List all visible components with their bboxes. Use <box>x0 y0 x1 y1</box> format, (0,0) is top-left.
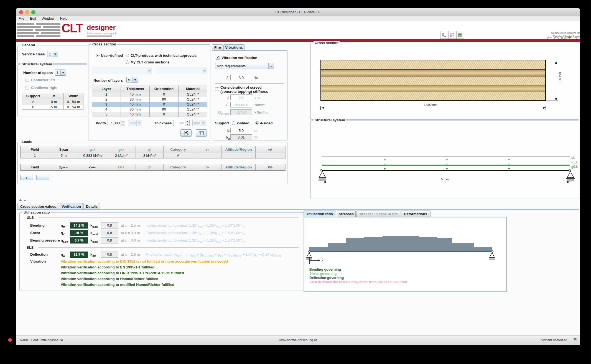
user-defined-radio[interactable] <box>96 54 100 57</box>
service-class-select[interactable]: 1 <box>47 51 58 57</box>
tab-deformations[interactable]: Deformations <box>401 211 430 217</box>
point-loads-table: Field xglobal xlokal G1,k Qk Category Sk… <box>20 164 286 171</box>
vibration-result: Vibration verification according to EN 1… <box>61 265 154 269</box>
clt-products-radio[interactable] <box>126 54 129 57</box>
cantilever-right-checkbox[interactable] <box>25 86 29 89</box>
user-defined-label: User-defined <box>101 53 123 58</box>
vibration-label: Vibration <box>30 259 46 263</box>
support-row-b[interactable]: B 5 m 0.154 m <box>22 104 83 110</box>
e-unit: N/mm² <box>254 103 266 107</box>
loads-row-1[interactable]: 1 5 m 0.883 kN/m 2 kN/m² 3 kN/m² A <box>21 153 286 158</box>
number-of-spans-select[interactable]: 1 <box>55 70 66 76</box>
xlokal-col-header: xlokal <box>78 164 107 171</box>
shear-kmod-label: kmod <box>90 231 98 236</box>
options-button[interactable] <box>440 31 448 39</box>
zeta-field[interactable]: 3.0 <box>230 75 252 80</box>
b-field[interactable]: 5.0 <box>230 128 252 133</box>
clt-variant-select[interactable] <box>156 68 207 74</box>
spinner-arrows-icon[interactable] <box>121 120 125 126</box>
layer-5-longitudinal <box>321 92 545 100</box>
spinner-arrows-icon[interactable] <box>185 120 189 126</box>
width-label: Width <box>96 121 106 125</box>
layer-grid-button[interactable] <box>196 129 207 137</box>
cross-section-view: Cross section 180 mm 1,000 mm <box>310 43 579 120</box>
Sk-col-header: Sk <box>193 164 222 171</box>
tab-stresses[interactable]: Stresses <box>337 211 356 217</box>
menu-edit[interactable]: Edit <box>27 16 39 21</box>
screed-label-1: Consideration of screed <box>220 85 262 89</box>
chevron-down-icon <box>201 120 206 126</box>
shear-combination: Fundamental combination: 1.35*g0,k + 1.3… <box>146 231 245 236</box>
requirements-select[interactable]: high requirements <box>215 63 274 69</box>
zeta-unit: % <box>254 76 258 80</box>
cross-section-view-title: Cross section <box>314 41 340 45</box>
feedback-button[interactable]: i <box>448 31 456 39</box>
deflection-position: at x = 2.5 m <box>121 252 140 257</box>
tab-verification[interactable]: Verification <box>60 203 83 210</box>
support-2-sided-radio[interactable] <box>232 121 235 125</box>
chart-step <box>474 247 492 252</box>
layer-3-longitudinal <box>321 76 545 85</box>
bw-field: 3.01 <box>230 134 252 140</box>
support-4-sided-radio[interactable] <box>255 121 259 125</box>
menubar: FileEditWindowHelp <box>16 16 580 22</box>
remove-load-button[interactable]: - <box>36 175 49 180</box>
bearing-utilisation-value: 6.7 % <box>70 237 88 243</box>
tab-vibrations[interactable]: Vibrations <box>223 44 244 50</box>
shear-utilisation-value: 18 % <box>70 230 88 236</box>
layer-row-3-selected[interactable]: 340 mm0GL24h* <box>92 102 207 107</box>
thickness-spinner[interactable]: 180 <box>174 120 190 126</box>
loads-table: Field Span g0,k g1,k qk Category sk Alti… <box>20 146 286 158</box>
width-spinner[interactable]: 1,000 <box>108 120 125 126</box>
thickness-unit-select[interactable]: mm <box>192 120 206 126</box>
vibration-verification-label: Vibration verification <box>221 56 257 60</box>
logo-designer: designer <box>87 24 116 32</box>
vibration-verification-checkbox[interactable] <box>216 56 220 60</box>
span-dimension-label: 5.0 m <box>441 178 449 181</box>
d-label: d <box>226 95 229 99</box>
menu-file[interactable]: File <box>16 16 27 21</box>
layer-row-4[interactable]: 430 mm90GL24h* <box>92 107 207 112</box>
tab-details[interactable]: Details <box>83 203 100 210</box>
e-field[interactable]: 26,000.0 <box>230 102 252 107</box>
layer-2-transverse <box>321 70 545 76</box>
number-of-layers-select[interactable]: 5 <box>126 77 138 83</box>
tab-utilisation-ratio[interactable]: Utilisation ratio <box>304 211 336 217</box>
e-label: E <box>226 103 228 107</box>
chevron-down-icon <box>147 68 152 74</box>
status-website: www.holzbauforschung.at <box>16 338 580 342</box>
comet-tagline-1: Competence Centers for <box>523 31 580 34</box>
splitter-down-icon[interactable] <box>24 200 26 202</box>
g1k-col-header: g1,k <box>107 146 136 153</box>
clt-product-select[interactable] <box>92 68 152 74</box>
logo-subtitle: holz.bau forschungs gmbh <box>87 32 117 35</box>
menu-window[interactable]: Window <box>39 16 57 21</box>
cantilever-left-checkbox[interactable] <box>25 78 29 82</box>
width-dimension-line <box>320 108 546 108</box>
chart-step <box>328 243 346 252</box>
tab-fire[interactable]: Fire <box>212 44 223 50</box>
layer-row-5[interactable]: 540 mm0GL24h* <box>92 112 207 117</box>
category-col-header: Category <box>164 164 193 171</box>
chart-step <box>452 243 474 252</box>
support-row-a[interactable]: A 0 m 0.154 m <box>22 99 83 104</box>
splitter[interactable] <box>17 200 579 200</box>
my-clt-radio[interactable] <box>126 60 129 64</box>
save-cross-section-button[interactable] <box>180 129 192 137</box>
screed-checkbox[interactable] <box>215 87 219 91</box>
add-load-button[interactable]: + <box>20 175 33 180</box>
bending-kmod-label: kmod <box>90 223 98 228</box>
layer-row-1[interactable]: 140 mm0GL24h* <box>92 92 207 97</box>
statusbar: A-8010 Graz, Inffeldgasse 24 www.holzbau… <box>16 335 580 345</box>
d-field[interactable]: 5.0 <box>230 94 252 100</box>
qk-load-band <box>322 156 570 160</box>
menu-help[interactable]: Help <box>57 16 70 21</box>
tab-cross-section-values[interactable]: Cross section values <box>17 203 59 210</box>
structural-system-view: Structural system qk g1,k g0,k <box>310 120 579 199</box>
width-unit-select[interactable]: mm <box>128 120 142 126</box>
layer-row-2[interactable]: 230 mm90GL24h* <box>92 97 207 102</box>
bearing-pressure-label: Bearing pressure <box>30 238 60 242</box>
bearing-combination: Fundamental combination: 1.35*g0,k + 1.3… <box>146 238 245 243</box>
help-button[interactable]: ? <box>456 31 464 39</box>
splitter-up-icon[interactable] <box>19 199 22 201</box>
